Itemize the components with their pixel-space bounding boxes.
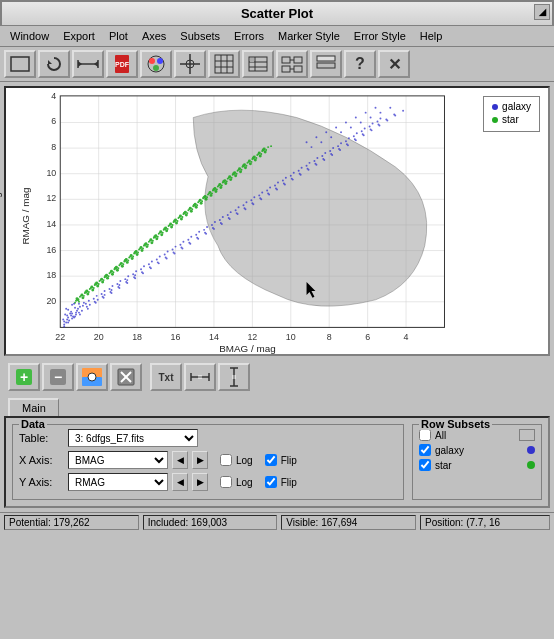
menu-marker-style[interactable]: Marker Style [272, 28, 346, 44]
tab-main[interactable]: Main [8, 398, 59, 416]
x-flip-label[interactable]: Flip [281, 455, 297, 466]
svg-text:6: 6 [365, 332, 370, 342]
layers-button[interactable] [310, 50, 342, 78]
y-axis-label: Y Axis: [19, 476, 64, 488]
svg-point-222 [222, 180, 225, 183]
text-annot-button[interactable]: Txt [150, 363, 182, 391]
refresh-button[interactable] [38, 50, 70, 78]
crosshair-button[interactable] [174, 50, 206, 78]
plot-container[interactable]: RMAG / mag [4, 86, 550, 356]
table-select[interactable]: 3: 6dfgs_E7.fits [68, 429, 198, 447]
link-button[interactable] [276, 50, 308, 78]
svg-point-315 [266, 189, 268, 191]
add-subset-button[interactable]: + [8, 363, 40, 391]
svg-point-203 [129, 255, 131, 257]
menu-error-style[interactable]: Error Style [348, 28, 412, 44]
svg-point-193 [80, 295, 82, 297]
y-log-checkbox[interactable] [220, 476, 232, 488]
svg-point-418 [79, 314, 81, 316]
remove-subset-button[interactable]: − [42, 363, 74, 391]
svg-point-484 [62, 319, 64, 321]
svg-rect-33 [317, 63, 335, 68]
svg-point-223 [228, 177, 230, 179]
svg-point-342 [151, 260, 153, 262]
select-icon [10, 56, 30, 72]
svg-point-465 [355, 117, 357, 119]
resize-button[interactable] [72, 50, 104, 78]
svg-point-11 [157, 58, 163, 64]
table-row-form: Table: 3: 6dfgs_E7.fits [19, 429, 397, 447]
svg-point-328 [369, 125, 371, 127]
svg-point-221 [218, 185, 220, 187]
subset-all-checkbox[interactable] [419, 429, 431, 441]
x-axis-prev-button[interactable]: ◀ [172, 451, 188, 469]
x-axis-next-button[interactable]: ▶ [192, 451, 208, 469]
svg-point-290 [73, 303, 75, 305]
svg-point-487 [74, 307, 76, 309]
legend-star: star [492, 114, 531, 125]
subset-galaxy-checkbox[interactable] [419, 444, 431, 456]
toolbar2: + − Txt [4, 360, 550, 394]
svg-point-255 [186, 212, 188, 214]
svg-point-326 [353, 135, 355, 137]
svg-point-313 [250, 199, 252, 201]
svg-point-449 [323, 159, 325, 161]
grid-button[interactable] [208, 50, 240, 78]
svg-point-375 [78, 312, 80, 314]
svg-point-372 [63, 323, 65, 325]
pdf-icon: PDF [113, 54, 131, 74]
svg-text:6: 6 [51, 116, 56, 126]
menu-export[interactable]: Export [57, 28, 101, 44]
subset-star-checkbox[interactable] [419, 459, 431, 471]
close-button[interactable]: ✕ [378, 50, 410, 78]
color-edit-button[interactable] [76, 363, 108, 391]
svg-point-270 [260, 153, 262, 155]
svg-point-337 [111, 285, 113, 287]
subset-galaxy: galaxy [419, 444, 535, 456]
svg-point-256 [191, 208, 193, 210]
svg-point-250 [162, 232, 164, 234]
menu-axes[interactable]: Axes [136, 28, 172, 44]
svg-point-209 [159, 232, 161, 234]
svg-point-202 [124, 259, 127, 262]
svg-point-460 [306, 141, 308, 143]
color-palette-button[interactable] [140, 50, 172, 78]
svg-point-287 [134, 274, 136, 276]
x-axis-select[interactable]: BMAG [68, 451, 168, 469]
x-log-checkbox[interactable] [220, 454, 232, 466]
table-button[interactable] [242, 50, 274, 78]
menu-window[interactable]: Window [4, 28, 55, 44]
delete-button[interactable] [110, 363, 142, 391]
svg-text:8: 8 [327, 332, 332, 342]
svg-point-450 [331, 154, 333, 156]
menu-subsets[interactable]: Subsets [174, 28, 226, 44]
help-button[interactable]: ? [344, 50, 376, 78]
x-log-label[interactable]: Log [236, 455, 253, 466]
svg-point-319 [298, 170, 300, 172]
axis-range-button[interactable] [184, 363, 216, 391]
svg-point-466 [365, 112, 367, 114]
subset-all-label[interactable]: All [435, 430, 515, 441]
subset-galaxy-label[interactable]: galaxy [435, 445, 523, 456]
resize-handle[interactable]: ◢ [534, 4, 550, 20]
y-axis-prev-button[interactable]: ◀ [172, 473, 188, 491]
menu-plot[interactable]: Plot [103, 28, 134, 44]
vertical-range-button[interactable] [218, 363, 250, 391]
svg-point-369 [364, 127, 366, 129]
svg-point-293 [93, 298, 95, 300]
menu-errors[interactable]: Errors [228, 28, 270, 44]
select-rectangle-button[interactable] [4, 50, 36, 78]
y-flip-label[interactable]: Flip [281, 477, 297, 488]
y-axis-next-button[interactable]: ▶ [192, 473, 208, 491]
svg-point-307 [203, 229, 205, 231]
svg-point-215 [188, 208, 190, 210]
subset-star-label[interactable]: star [435, 460, 523, 471]
y-axis-select[interactable]: RMAG [68, 473, 168, 491]
y-log-label[interactable]: Log [236, 477, 253, 488]
menu-help[interactable]: Help [414, 28, 449, 44]
status-included: Included: 169,003 [143, 515, 278, 530]
x-flip-checkbox[interactable] [265, 454, 277, 466]
pdf-button[interactable]: PDF [106, 50, 138, 78]
subset-all-color [519, 429, 535, 441]
y-flip-checkbox[interactable] [265, 476, 277, 488]
